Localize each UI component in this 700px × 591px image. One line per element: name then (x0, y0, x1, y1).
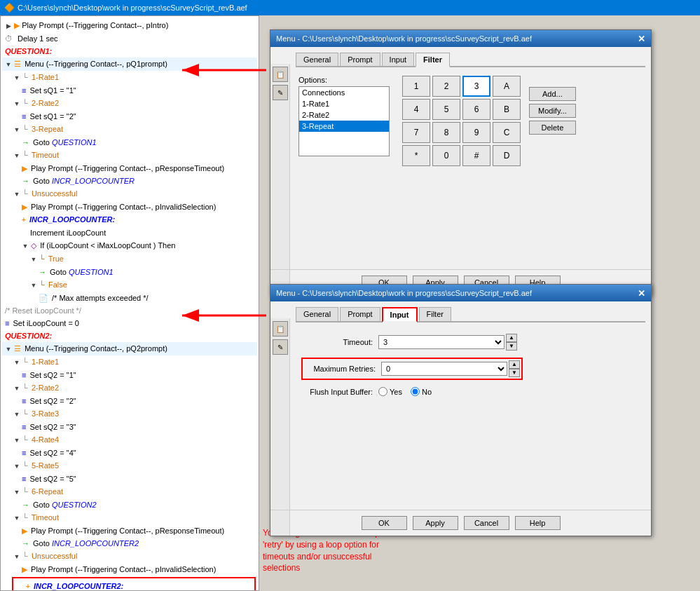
tree-item-timeout1[interactable]: ▼ └ Timeout (2, 149, 257, 162)
tree-item-37[interactable]: ▼ └ 6-Repeat (2, 485, 257, 498)
key-A[interactable]: A (493, 76, 521, 97)
expand-33[interactable]: ▼ (13, 435, 20, 446)
tree-item-43[interactable]: ▶ Play Prompt (--Triggering Contact--, p… (2, 563, 257, 576)
dialog1-icon1[interactable]: 📋 (273, 67, 288, 82)
ok-button-2[interactable]: OK (362, 516, 407, 530)
expand-29[interactable]: ▼ (13, 383, 20, 394)
timeout-spin-down[interactable]: ▼ (506, 342, 517, 351)
tab-input-1[interactable]: Input (382, 53, 414, 66)
tree-item-17[interactable]: Increment iLoopCount (2, 226, 257, 239)
tree-item-29[interactable]: ▼ └ 2-Rate2 (2, 381, 257, 395)
expand-timeout2[interactable]: ▼ (13, 512, 20, 524)
dialog2-close-btn[interactable]: ✕ (638, 289, 645, 298)
tree-item-12[interactable]: ▶ Play Prompt (--Triggering Contact--, p… (2, 162, 257, 175)
tree-item-27[interactable]: ▼ └ 1-Rate1 (2, 355, 257, 369)
expand-unsuccessful1[interactable]: ▼ (13, 189, 20, 200)
tree-item-1[interactable]: ▶ ▶ Play Prompt (--Triggering Contact--,… (2, 19, 257, 32)
key-C[interactable]: C (493, 122, 521, 143)
key-8[interactable]: 8 (432, 122, 460, 143)
tree-item-33[interactable]: ▼ └ 4-Rate4 (2, 433, 257, 447)
tree-item-21[interactable]: ▼ └ False (2, 278, 257, 292)
tree-item-15[interactable]: ▶ Play Prompt (--Triggering Contact--, p… (2, 201, 257, 213)
opt-rate2[interactable]: 2-Rate2 (299, 109, 389, 121)
expand-21[interactable]: ▼ (30, 280, 37, 291)
delete-button-1[interactable]: Delete (529, 121, 576, 135)
tree-item-5[interactable]: ▼ └ 1-Rate1 (2, 71, 257, 84)
tree-item-16[interactable]: + INCR_LOOPCOUNTER: (2, 213, 257, 226)
key-6[interactable]: 6 (462, 99, 490, 120)
opt-rate1[interactable]: 1-Rate1 (299, 98, 389, 109)
timeout-combo[interactable]: 3 ▲ ▼ (378, 334, 517, 351)
max-retries-spin-down[interactable]: ▼ (509, 369, 520, 377)
dialog2-icon1[interactable]: 📋 (273, 321, 288, 337)
tab-general-1[interactable]: General (296, 53, 338, 66)
cancel-button-2[interactable]: Cancel (464, 516, 509, 530)
max-retries-select[interactable]: 0 (381, 362, 507, 376)
tab-prompt-1[interactable]: Prompt (340, 53, 380, 66)
dialog2-titlebar[interactable]: Menu - C:\Users\slynch\Desktop\work in p… (270, 285, 651, 301)
tree-item-35[interactable]: ▼ └ 5-Rate5 (2, 459, 257, 473)
tree-item-2[interactable]: ⏱ Delay 1 sec (2, 32, 257, 45)
tree-item-10[interactable]: → Goto QUESTION1 (2, 136, 257, 149)
opt-connections[interactable]: Connections (299, 87, 389, 98)
tree-item-30[interactable]: ≡ Set sQ2 = "2" (2, 395, 257, 407)
expand-18[interactable]: ▼ (22, 240, 29, 252)
opt-repeat[interactable]: 3-Repeat (299, 121, 389, 132)
expand-menu2[interactable]: ▼ (5, 344, 12, 355)
tree-item-unsuccessful2[interactable]: ▼ └ Unsuccessful (2, 550, 257, 563)
dialog2-icon2[interactable]: ✎ (273, 339, 288, 355)
max-retries-spin[interactable]: ▲ ▼ (509, 360, 520, 377)
tab-filter-1[interactable]: Filter (416, 53, 450, 67)
max-retries-spin-up[interactable]: ▲ (509, 360, 520, 369)
tree-item-36[interactable]: ≡ Set sQ2 = "5" (2, 473, 257, 485)
key-star[interactable]: * (402, 145, 430, 166)
tree-item-34[interactable]: ≡ Set sQ2 = "4" (2, 447, 257, 459)
expand-31[interactable]: ▼ (13, 409, 20, 420)
tab-input-2[interactable]: Input (382, 307, 418, 322)
expand-menu1[interactable]: ▼ (5, 59, 12, 70)
key-hash[interactable]: # (462, 145, 490, 166)
tree-item-32[interactable]: ≡ Set sQ2 = "3" (2, 421, 257, 433)
tree-item-38[interactable]: → Goto QUESTION2 (2, 498, 257, 511)
tree-item-31[interactable]: ▼ └ 3-Rate3 (2, 407, 257, 421)
help-button-2[interactable]: Help (515, 516, 561, 530)
expand-19[interactable]: ▼ (30, 254, 37, 265)
tree-item-19[interactable]: ▼ └ True (2, 252, 257, 266)
tree-item-8[interactable]: ≡ Set sQ1 = "2" (2, 110, 257, 123)
expand-icon-1[interactable]: ▶ (5, 20, 12, 32)
tree-item-24[interactable]: ≡ Set iLoopCount = 0 (2, 317, 257, 330)
tree-item-40[interactable]: ▶ Play Prompt (--Triggering Contact--, p… (2, 524, 257, 537)
key-9[interactable]: 9 (462, 122, 490, 143)
key-0[interactable]: 0 (432, 145, 460, 166)
key-5[interactable]: 5 (432, 99, 460, 120)
key-1[interactable]: 1 (402, 76, 430, 97)
key-D[interactable]: D (493, 145, 521, 166)
tree-item-6[interactable]: ≡ Set sQ1 = "1" (2, 84, 257, 97)
tree-item-9[interactable]: ▼ └ 3-Repeat (2, 123, 257, 136)
expand-timeout1[interactable]: ▼ (13, 150, 20, 161)
expand-37[interactable]: ▼ (13, 487, 20, 498)
expand-35[interactable]: ▼ (13, 461, 20, 472)
tree-item-menu2[interactable]: ▼ ☰ Menu (--Triggering Contact--, pQ2pro… (2, 342, 257, 355)
tab-prompt-2[interactable]: Prompt (340, 307, 380, 321)
max-retries-combo[interactable]: 0 ▲ ▼ (381, 360, 520, 377)
tree-item-timeout2[interactable]: ▼ └ Timeout (2, 511, 257, 524)
tree-item-18[interactable]: ▼ ◇ If (iLoopCount < iMaxLoopCount ) The… (2, 239, 257, 252)
tree-item-20[interactable]: → Goto QUESTION1 (2, 266, 257, 278)
tree-item-28[interactable]: ≡ Set sQ2 = "1" (2, 369, 257, 381)
expand-5[interactable]: ▼ (13, 72, 20, 83)
timeout-spin-up[interactable]: ▲ (506, 334, 517, 342)
key-3[interactable]: 3 (462, 76, 490, 97)
tree-item-13[interactable]: → Goto INCR_LOOPCOUNTER (2, 175, 257, 187)
expand-7[interactable]: ▼ (13, 98, 20, 109)
expand-9[interactable]: ▼ (13, 124, 20, 135)
tree-item-44[interactable]: + INCR_LOOPCOUNTER2: (15, 580, 253, 591)
key-B[interactable]: B (493, 99, 521, 120)
key-7[interactable]: 7 (402, 122, 430, 143)
tree-item-7[interactable]: ▼ └ 2-Rate2 (2, 97, 257, 110)
options-list[interactable]: Connections 1-Rate1 2-Rate2 3-Repeat (298, 86, 390, 156)
dialog1-titlebar[interactable]: Menu - C:\Users\slynch\Desktop\work in p… (270, 30, 651, 47)
expand-27[interactable]: ▼ (13, 357, 20, 368)
modify-button-1[interactable]: Modify... (529, 104, 576, 118)
apply-button-2[interactable]: Apply (413, 516, 458, 530)
